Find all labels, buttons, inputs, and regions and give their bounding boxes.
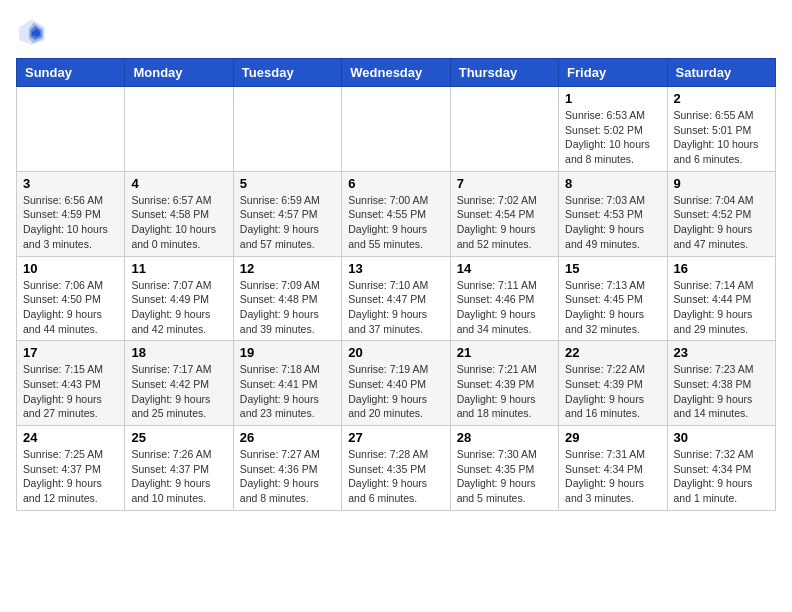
calendar-day-cell: 17Sunrise: 7:15 AMSunset: 4:43 PMDayligh… <box>17 341 125 426</box>
calendar-day-cell: 12Sunrise: 7:09 AMSunset: 4:48 PMDayligh… <box>233 256 341 341</box>
day-info: Sunrise: 7:26 AMSunset: 4:37 PMDaylight:… <box>131 447 226 506</box>
day-number: 24 <box>23 430 118 445</box>
day-of-week-header: Sunday <box>17 59 125 87</box>
day-of-week-header: Monday <box>125 59 233 87</box>
day-info: Sunrise: 7:14 AMSunset: 4:44 PMDaylight:… <box>674 278 769 337</box>
calendar-week-row: 3Sunrise: 6:56 AMSunset: 4:59 PMDaylight… <box>17 171 776 256</box>
day-info: Sunrise: 7:04 AMSunset: 4:52 PMDaylight:… <box>674 193 769 252</box>
calendar-day-cell: 28Sunrise: 7:30 AMSunset: 4:35 PMDayligh… <box>450 426 558 511</box>
day-number: 21 <box>457 345 552 360</box>
day-info: Sunrise: 7:17 AMSunset: 4:42 PMDaylight:… <box>131 362 226 421</box>
calendar-day-cell: 25Sunrise: 7:26 AMSunset: 4:37 PMDayligh… <box>125 426 233 511</box>
calendar-day-cell: 16Sunrise: 7:14 AMSunset: 4:44 PMDayligh… <box>667 256 775 341</box>
day-info: Sunrise: 7:25 AMSunset: 4:37 PMDaylight:… <box>23 447 118 506</box>
day-info: Sunrise: 7:11 AMSunset: 4:46 PMDaylight:… <box>457 278 552 337</box>
day-of-week-header: Friday <box>559 59 667 87</box>
calendar-day-cell: 4Sunrise: 6:57 AMSunset: 4:58 PMDaylight… <box>125 171 233 256</box>
calendar-day-cell: 11Sunrise: 7:07 AMSunset: 4:49 PMDayligh… <box>125 256 233 341</box>
calendar-header-row: SundayMondayTuesdayWednesdayThursdayFrid… <box>17 59 776 87</box>
day-of-week-header: Thursday <box>450 59 558 87</box>
day-info: Sunrise: 7:21 AMSunset: 4:39 PMDaylight:… <box>457 362 552 421</box>
day-info: Sunrise: 7:15 AMSunset: 4:43 PMDaylight:… <box>23 362 118 421</box>
day-info: Sunrise: 7:19 AMSunset: 4:40 PMDaylight:… <box>348 362 443 421</box>
calendar-week-row: 1Sunrise: 6:53 AMSunset: 5:02 PMDaylight… <box>17 87 776 172</box>
day-info: Sunrise: 7:18 AMSunset: 4:41 PMDaylight:… <box>240 362 335 421</box>
day-info: Sunrise: 7:28 AMSunset: 4:35 PMDaylight:… <box>348 447 443 506</box>
day-info: Sunrise: 6:56 AMSunset: 4:59 PMDaylight:… <box>23 193 118 252</box>
calendar-day-cell <box>233 87 341 172</box>
calendar-day-cell: 21Sunrise: 7:21 AMSunset: 4:39 PMDayligh… <box>450 341 558 426</box>
day-number: 18 <box>131 345 226 360</box>
day-number: 20 <box>348 345 443 360</box>
day-number: 28 <box>457 430 552 445</box>
day-number: 8 <box>565 176 660 191</box>
day-info: Sunrise: 7:09 AMSunset: 4:48 PMDaylight:… <box>240 278 335 337</box>
day-number: 4 <box>131 176 226 191</box>
day-number: 30 <box>674 430 769 445</box>
calendar-week-row: 10Sunrise: 7:06 AMSunset: 4:50 PMDayligh… <box>17 256 776 341</box>
day-number: 11 <box>131 261 226 276</box>
calendar-day-cell: 13Sunrise: 7:10 AMSunset: 4:47 PMDayligh… <box>342 256 450 341</box>
day-info: Sunrise: 6:53 AMSunset: 5:02 PMDaylight:… <box>565 108 660 167</box>
day-info: Sunrise: 6:55 AMSunset: 5:01 PMDaylight:… <box>674 108 769 167</box>
day-number: 16 <box>674 261 769 276</box>
day-number: 5 <box>240 176 335 191</box>
day-info: Sunrise: 7:00 AMSunset: 4:55 PMDaylight:… <box>348 193 443 252</box>
day-info: Sunrise: 7:07 AMSunset: 4:49 PMDaylight:… <box>131 278 226 337</box>
calendar-day-cell <box>125 87 233 172</box>
day-info: Sunrise: 7:30 AMSunset: 4:35 PMDaylight:… <box>457 447 552 506</box>
day-info: Sunrise: 7:03 AMSunset: 4:53 PMDaylight:… <box>565 193 660 252</box>
calendar-day-cell: 18Sunrise: 7:17 AMSunset: 4:42 PMDayligh… <box>125 341 233 426</box>
calendar-day-cell <box>17 87 125 172</box>
day-info: Sunrise: 6:59 AMSunset: 4:57 PMDaylight:… <box>240 193 335 252</box>
day-number: 9 <box>674 176 769 191</box>
day-info: Sunrise: 7:10 AMSunset: 4:47 PMDaylight:… <box>348 278 443 337</box>
calendar-day-cell: 6Sunrise: 7:00 AMSunset: 4:55 PMDaylight… <box>342 171 450 256</box>
calendar-day-cell: 7Sunrise: 7:02 AMSunset: 4:54 PMDaylight… <box>450 171 558 256</box>
day-info: Sunrise: 7:06 AMSunset: 4:50 PMDaylight:… <box>23 278 118 337</box>
calendar-day-cell: 26Sunrise: 7:27 AMSunset: 4:36 PMDayligh… <box>233 426 341 511</box>
day-number: 2 <box>674 91 769 106</box>
day-info: Sunrise: 7:22 AMSunset: 4:39 PMDaylight:… <box>565 362 660 421</box>
calendar-day-cell: 1Sunrise: 6:53 AMSunset: 5:02 PMDaylight… <box>559 87 667 172</box>
day-of-week-header: Saturday <box>667 59 775 87</box>
calendar-day-cell: 19Sunrise: 7:18 AMSunset: 4:41 PMDayligh… <box>233 341 341 426</box>
day-number: 29 <box>565 430 660 445</box>
day-number: 6 <box>348 176 443 191</box>
day-info: Sunrise: 7:13 AMSunset: 4:45 PMDaylight:… <box>565 278 660 337</box>
day-number: 22 <box>565 345 660 360</box>
day-number: 25 <box>131 430 226 445</box>
day-number: 26 <box>240 430 335 445</box>
calendar-week-row: 24Sunrise: 7:25 AMSunset: 4:37 PMDayligh… <box>17 426 776 511</box>
day-number: 23 <box>674 345 769 360</box>
logo-icon <box>16 16 48 48</box>
day-number: 14 <box>457 261 552 276</box>
day-number: 19 <box>240 345 335 360</box>
day-number: 7 <box>457 176 552 191</box>
day-number: 1 <box>565 91 660 106</box>
day-number: 3 <box>23 176 118 191</box>
calendar-day-cell: 22Sunrise: 7:22 AMSunset: 4:39 PMDayligh… <box>559 341 667 426</box>
calendar-day-cell: 30Sunrise: 7:32 AMSunset: 4:34 PMDayligh… <box>667 426 775 511</box>
calendar-day-cell: 24Sunrise: 7:25 AMSunset: 4:37 PMDayligh… <box>17 426 125 511</box>
calendar-day-cell: 15Sunrise: 7:13 AMSunset: 4:45 PMDayligh… <box>559 256 667 341</box>
day-info: Sunrise: 7:27 AMSunset: 4:36 PMDaylight:… <box>240 447 335 506</box>
day-info: Sunrise: 7:02 AMSunset: 4:54 PMDaylight:… <box>457 193 552 252</box>
day-of-week-header: Wednesday <box>342 59 450 87</box>
calendar-day-cell: 23Sunrise: 7:23 AMSunset: 4:38 PMDayligh… <box>667 341 775 426</box>
page-header <box>16 16 776 48</box>
day-of-week-header: Tuesday <box>233 59 341 87</box>
calendar-day-cell: 20Sunrise: 7:19 AMSunset: 4:40 PMDayligh… <box>342 341 450 426</box>
calendar-table: SundayMondayTuesdayWednesdayThursdayFrid… <box>16 58 776 511</box>
calendar-day-cell: 5Sunrise: 6:59 AMSunset: 4:57 PMDaylight… <box>233 171 341 256</box>
day-number: 10 <box>23 261 118 276</box>
calendar-day-cell: 3Sunrise: 6:56 AMSunset: 4:59 PMDaylight… <box>17 171 125 256</box>
day-info: Sunrise: 7:23 AMSunset: 4:38 PMDaylight:… <box>674 362 769 421</box>
calendar-day-cell: 10Sunrise: 7:06 AMSunset: 4:50 PMDayligh… <box>17 256 125 341</box>
day-info: Sunrise: 7:32 AMSunset: 4:34 PMDaylight:… <box>674 447 769 506</box>
calendar-day-cell <box>450 87 558 172</box>
calendar-day-cell: 27Sunrise: 7:28 AMSunset: 4:35 PMDayligh… <box>342 426 450 511</box>
calendar-day-cell: 14Sunrise: 7:11 AMSunset: 4:46 PMDayligh… <box>450 256 558 341</box>
calendar-day-cell: 29Sunrise: 7:31 AMSunset: 4:34 PMDayligh… <box>559 426 667 511</box>
day-number: 17 <box>23 345 118 360</box>
